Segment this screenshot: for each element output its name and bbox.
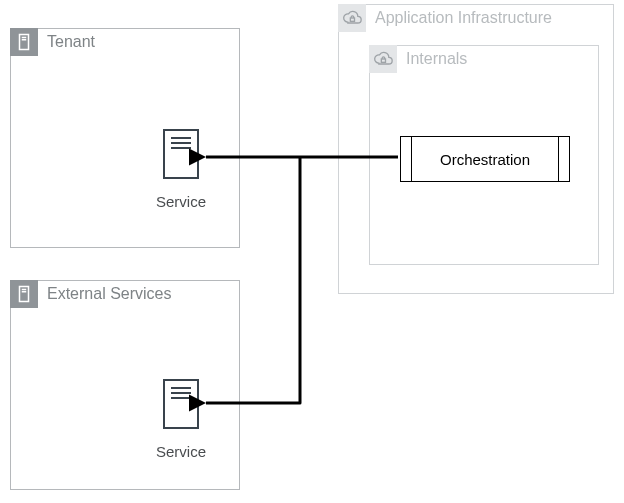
tenant-label: Tenant xyxy=(47,33,95,51)
svg-rect-15 xyxy=(381,59,385,62)
svg-rect-14 xyxy=(350,18,354,21)
orchestration-component: Orchestration xyxy=(400,136,570,182)
external-service: Service xyxy=(141,379,221,460)
orchestration-label: Orchestration xyxy=(440,151,530,168)
service-caption: Service xyxy=(141,193,221,210)
tenant-container: Tenant Service xyxy=(10,28,240,248)
service-caption: Service xyxy=(141,443,221,460)
cloud-lock-icon xyxy=(369,45,397,73)
server-icon xyxy=(10,28,38,56)
tenant-service: Service xyxy=(141,129,221,210)
external-services-container: External Services Service xyxy=(10,280,240,490)
external-services-label: External Services xyxy=(47,285,172,303)
application-infrastructure-label: Application Infrastructure xyxy=(375,9,552,27)
server-icon xyxy=(163,379,199,429)
server-icon xyxy=(10,280,38,308)
internals-label: Internals xyxy=(406,50,467,68)
internals-container: Internals Orchestration xyxy=(369,45,599,265)
server-icon xyxy=(163,129,199,179)
application-infrastructure-container: Application Infrastructure Internals Orc… xyxy=(338,4,614,294)
cloud-lock-icon xyxy=(338,4,366,32)
